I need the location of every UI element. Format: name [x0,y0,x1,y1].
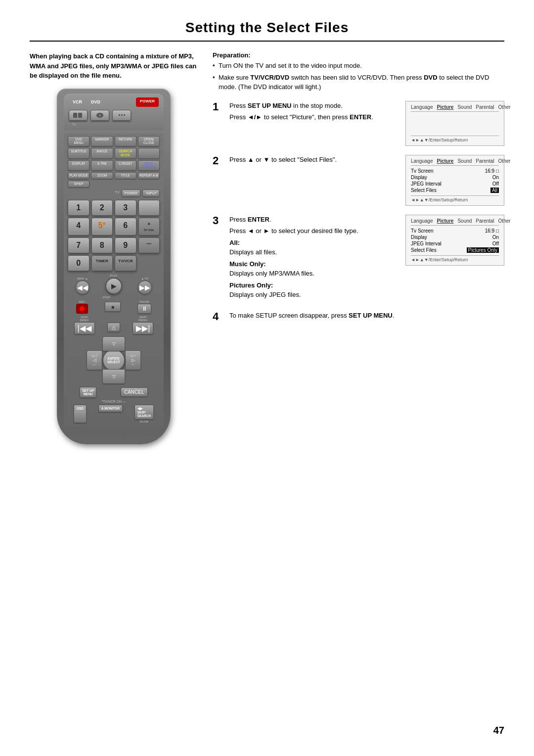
atrk-btn[interactable]: A.TRK [91,160,113,171]
subtitle-btn[interactable]: SUBTITLE [68,148,89,159]
osd-row: OSD A.MONITOR ◀▶SKIP/SEARCH SLOW [68,405,160,423]
tab-parental-1: Parental [476,104,494,110]
num-3[interactable]: 3 [115,200,136,216]
jpeg-label-3: JPEG Interval [411,241,442,246]
right-column: Preparation: Turn ON the TV and set it t… [213,51,504,444]
prep-item-2: Make sure TV/VCR/DVD switch has been sli… [213,73,504,92]
screen-2-nav: ◄►▲▼/Enter/Setup/Return [411,195,499,202]
rec-btn[interactable] [76,304,88,314]
creset-btn[interactable]: C.RESET [115,160,136,171]
plus-btn[interactable]: +TV VOL [138,218,160,236]
tab-sound-3: Sound [457,218,472,224]
step-3-number: 3 [213,215,223,227]
stop-btn[interactable]: ■ [105,302,121,312]
step-1-screen: Language Picture Sound Parental Other ◄►… [405,101,504,146]
jpeg-val-3: Off [492,241,499,246]
page-number: 47 [493,725,504,736]
zero-return-btn[interactable]: ZERORETURN [138,160,160,171]
a-monitor-btn[interactable]: A.MONITOR [98,405,123,412]
vcr-btn[interactable] [69,110,88,121]
cancel-btn[interactable]: CANCEL [121,387,148,397]
osd-btn[interactable]: OSD [74,405,87,423]
minus-btn[interactable]: — [138,237,160,253]
screen-2-row-1: Tv Screen16:9 □ [411,168,499,174]
display-val-3: On [492,235,499,240]
step-2: 2 Language Picture Sound Parental Other … [213,155,504,206]
svg-point-3 [99,114,101,116]
selectfiles-val-2: All [490,188,499,193]
screen-3-tabs: Language Picture Sound Parental Other [411,218,499,226]
zoom-btn[interactable]: ZOOM [91,172,113,179]
pause-btn[interactable]: ⏸ [137,304,151,314]
dvd-label: DVD [91,99,100,104]
num-8[interactable]: 8 [91,237,113,253]
vcr-dvd-labels: VCR DVD [69,99,100,104]
enter-select-btn[interactable]: ENTER/SELECT [102,349,125,372]
open-close-btn[interactable]: OPEN/CLOSE [138,136,160,147]
num-9[interactable]: 9 [115,237,136,253]
remote-top: VCR DVD POWER [64,94,164,130]
num-4[interactable]: 4 [68,218,89,236]
num-5[interactable]: 5° [91,218,113,236]
setup-menu-btn[interactable]: SET UPMENU [80,387,96,398]
skip-search-btn[interactable]: ◀▶SKIP/SEARCH [134,405,154,420]
num-0[interactable]: 0 [68,255,89,271]
power-button[interactable]: POWER [136,97,159,107]
tv-power-btn[interactable]: POWER [122,189,140,197]
dvd-btn[interactable] [90,110,109,121]
marker-btn[interactable]: MARKER [91,136,113,147]
step-2-screen: Language Picture Sound Parental Other Tv… [405,155,504,206]
step-3: 3 Language Picture Sound Parental Other … [213,215,504,302]
display-val-2: On [492,175,499,180]
timer-btn[interactable]: TIMER [91,255,113,271]
nav-down-btn[interactable]: ▽ [102,369,125,384]
display-label-3: Display [411,235,427,240]
display-btn[interactable]: DISPLAY [68,160,89,171]
step-1: 1 Language Picture Sound Parental Other [213,101,504,146]
angle-btn[interactable]: ANGLE [91,148,113,159]
ff-btn[interactable]: ▶▶ [138,281,152,294]
skip-index-row: SKIP/INDEX |◀◀ △ SKIP/INDEX ▶▶| [68,316,160,334]
spiep-btn[interactable]: SP/EP [68,181,89,188]
nav-cross: SET ◁ — SET ▷ + ENTER/SELECT [87,336,141,384]
screen-3-row-2: DisplayOn [411,234,499,240]
repeat-ab-btn[interactable]: REPEAT A-B [138,172,160,179]
title-btn[interactable]: TITLE [115,172,136,179]
input-btn[interactable]: ·INPUT [142,189,160,197]
num-7[interactable]: 7 [68,237,89,253]
tv-small-label: ·TV [114,189,120,197]
screen-3-row-3: JPEG IntervalOff [411,240,499,247]
step-1-content: Language Picture Sound Parental Other ◄►… [229,101,504,146]
num-6[interactable]: 6 [115,218,136,236]
screen-2-row-2: DisplayOn [411,174,499,181]
dvd-menu-btn[interactable]: DVDMENU [68,136,89,147]
step-4-content: To make SETUP screen disappear, press SE… [229,311,504,323]
num-2[interactable]: 2 [91,200,113,216]
nav-up-triangle[interactable]: △ [107,323,120,332]
tab-language-1: Language [411,104,433,110]
nav-right-btn[interactable]: SET ▷ + [125,350,141,370]
search-mode-btn[interactable]: SEARCHMODE [115,148,136,159]
tab-picture-3: Picture [437,218,454,224]
play-btn[interactable]: ▶ [105,278,122,294]
nav-left-btn[interactable]: SET ◁ — [87,350,102,370]
step-1-press: Press [229,102,248,109]
skip-right-btn[interactable]: ▶▶| [133,322,153,334]
step-2-number: 2 [213,155,223,167]
jpeg-val-2: Off [492,181,499,187]
tab-other-3: Other [498,218,511,224]
step-3-text-area: Language Picture Sound Parental Other Tv… [229,215,504,302]
rew-btn[interactable]: ◀◀ [76,281,89,294]
play-mode-btn[interactable]: PLAY MODE [68,172,89,179]
nav-up-btn[interactable]: ▽ [102,336,125,351]
screen-3-row-4: Select FilesPictures Only [411,247,499,253]
step-1-in-the: in the stop mode. [291,102,342,109]
return-btn[interactable]: RETURN [115,136,136,147]
tv-vcr-btn[interactable]: TV/VCR [115,255,136,271]
tvscreen-val-2: 16:9 □ [485,168,499,174]
extra-btn[interactable] [112,110,131,121]
skip-left-btn[interactable]: |◀◀ [74,322,95,334]
num-1[interactable]: 1 [68,200,89,216]
empty2 [138,200,160,216]
screen-2-tabs: Language Picture Sound Parental Other [411,158,499,166]
